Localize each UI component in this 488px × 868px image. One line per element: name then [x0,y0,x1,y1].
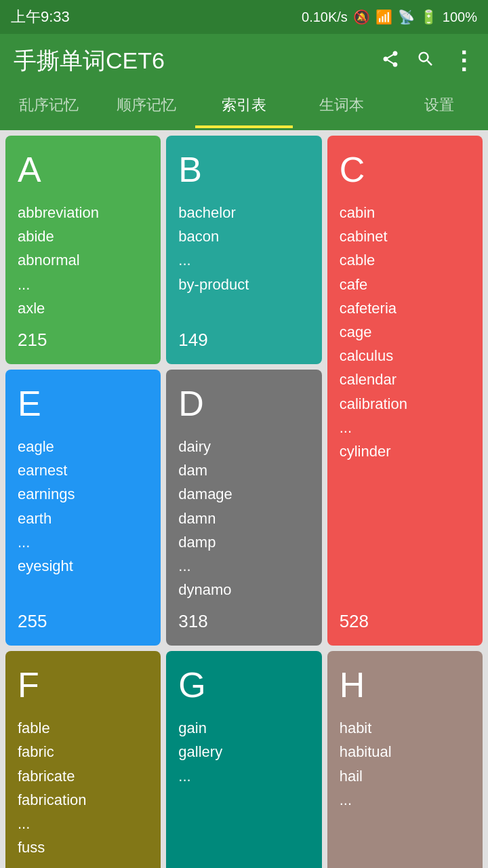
card-D-count: 318 [178,611,309,632]
card-F-words: fablefabricfabricatefabrication...fuss [18,716,148,859]
card-H-words: habithabitualhail... [340,716,470,868]
card-C-count: 528 [340,611,470,632]
card-E-words: eagleearnestearningsearth...eyesight [18,435,148,601]
battery-percent: 100% [443,9,477,25]
card-F[interactable]: F fablefabricfabricatefabrication...fuss… [5,651,161,868]
search-button[interactable] [416,50,435,73]
tab-vocab[interactable]: 生词本 [293,87,390,128]
card-E-count: 255 [18,611,148,632]
more-button[interactable]: ⋮ [451,47,474,75]
card-B-letter: B [178,149,309,190]
card-H-letter: H [340,665,470,705]
card-C[interactable]: C cabincabinetcablecafecafeteriacagecalc… [327,136,483,646]
card-A[interactable]: A abbreviationabideabnormal...axle 215 [5,136,161,364]
card-H[interactable]: H habithabitualhail... [327,651,483,868]
card-F-letter: F [18,665,148,705]
card-E-letter: E [18,383,148,424]
share-button[interactable] [381,50,400,73]
card-D[interactable]: D dairydamdamagedamndamp...dynamo 318 [166,370,321,646]
status-right: 0.10K/s 🔕 📶 📡 🔋 100% [302,9,477,25]
card-B[interactable]: B bachelorbacon...by-product 149 [166,136,321,364]
card-C-letter: C [340,149,470,190]
app-title: 手撕单词CET6 [14,45,165,77]
card-A-letter: A [18,149,148,190]
card-B-words: bachelorbacon...by-product [178,201,309,320]
tab-order[interactable]: 顺序记忆 [98,87,195,128]
card-C-words: cabincabinetcablecafecafeteriacagecalcul… [340,201,470,601]
muted-icon: 🔕 [353,9,370,25]
tab-random[interactable]: 乱序记忆 [0,87,98,128]
card-B-count: 149 [178,330,309,351]
app-bar: 手撕单词CET6 ⋮ [0,34,488,88]
app-actions: ⋮ [381,47,474,75]
network-speed: 0.10K/s [302,9,348,25]
card-E[interactable]: E eagleearnestearningsearth...eyesight 2… [5,370,161,646]
card-A-count: 215 [18,330,148,351]
card-G-words: gaingallery... [178,716,309,868]
signal-icon: 📡 [398,9,415,25]
card-A-words: abbreviationabideabnormal...axle [18,201,148,320]
status-bar: 上午9:33 0.10K/s 🔕 📶 📡 🔋 100% [0,0,488,34]
tab-settings[interactable]: 设置 [390,87,488,128]
card-D-letter: D [178,383,309,424]
wifi-icon: 📶 [375,9,392,25]
status-time: 上午9:33 [11,7,70,27]
letter-grid: A abbreviationabideabnormal...axle 215 B… [0,130,488,868]
tab-index[interactable]: 索引表 [195,87,293,128]
card-G[interactable]: G gaingallery... [166,651,321,868]
battery-icon: 🔋 [420,9,437,25]
card-G-letter: G [178,665,309,705]
tab-bar: 乱序记忆 顺序记忆 索引表 生词本 设置 [0,88,488,130]
card-D-words: dairydamdamagedamndamp...dynamo [178,435,309,601]
